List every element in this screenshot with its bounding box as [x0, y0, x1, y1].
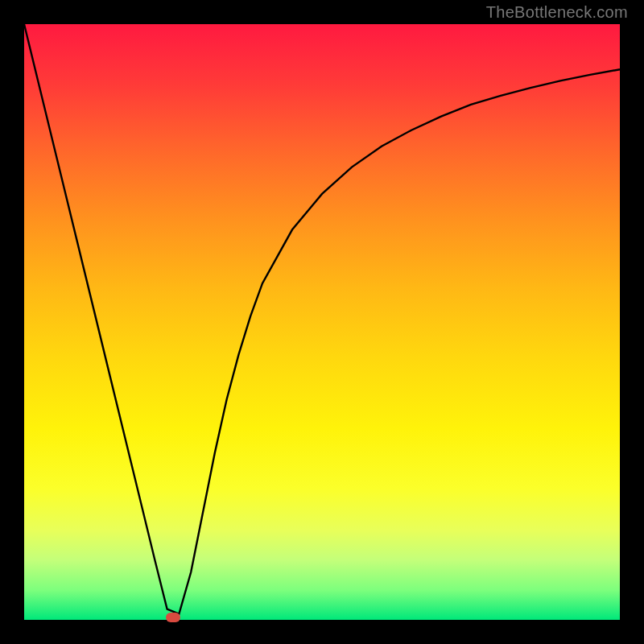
chart-frame: TheBottleneck.com	[0, 0, 644, 644]
bottleneck-curve	[24, 24, 620, 620]
minimum-marker	[166, 613, 180, 622]
plot-area	[24, 24, 620, 620]
watermark-text: TheBottleneck.com	[486, 3, 628, 22]
